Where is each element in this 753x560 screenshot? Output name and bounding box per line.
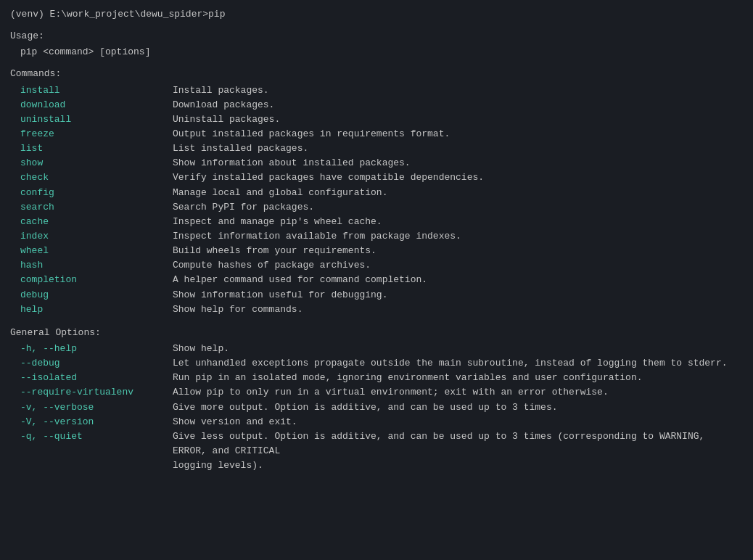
command-row: freezeOutput installed packages in requi… <box>10 127 743 141</box>
usage-section: Usage: pip <command> [options] <box>10 29 743 59</box>
command-name: check <box>20 170 173 185</box>
command-desc: Show information useful for debugging. <box>173 288 387 302</box>
command-desc: Compute hashes of package archives. <box>173 258 371 273</box>
option-row: -h, --helpShow help. <box>10 342 743 356</box>
prompt-line: (venv) E:\work_project\dewu_spider>pip <box>10 7 743 22</box>
option-row: --require-virtualenvAllow pip to only ru… <box>10 385 743 400</box>
option-name: -h, --help <box>20 342 173 356</box>
command-desc: Output installed packages in requirement… <box>173 127 450 141</box>
command-name: download <box>20 98 173 112</box>
option-name: --require-virtualenv <box>20 385 173 400</box>
command-name: debug <box>20 288 173 302</box>
command-name: hash <box>20 258 173 273</box>
command-row: helpShow help for commands. <box>10 302 743 317</box>
option-desc: Let unhandled exceptions propagate outsi… <box>173 356 728 371</box>
option-name: -V, --version <box>20 415 173 429</box>
option-name: --isolated <box>20 371 173 385</box>
command-row: searchSearch PyPI for packages. <box>10 200 743 215</box>
command-name: wheel <box>20 244 173 258</box>
command-desc: Manage local and global configuration. <box>173 186 387 200</box>
commands-section: Commands: installInstall packages.downlo… <box>10 67 743 316</box>
command-name: list <box>20 141 173 156</box>
command-desc: Show help for commands. <box>173 302 303 317</box>
command-row: completionA helper command used for comm… <box>10 273 743 287</box>
option-row: -V, --versionShow version and exit. <box>10 415 743 429</box>
options-list: -h, --helpShow help.--debugLet unhandled… <box>10 342 743 473</box>
commands-header: Commands: <box>10 67 743 81</box>
command-row: installInstall packages. <box>10 83 743 98</box>
option-name: -v, --verbose <box>20 400 173 415</box>
usage-header: Usage: <box>10 29 743 44</box>
command-row: cacheInspect and manage pip's wheel cach… <box>10 215 743 229</box>
command-name: cache <box>20 215 173 229</box>
option-desc-continuation: logging levels). <box>10 458 743 473</box>
command-name: install <box>20 83 173 98</box>
command-row: downloadDownload packages. <box>10 98 743 112</box>
command-desc: Install packages. <box>173 83 269 98</box>
option-desc: Show help. <box>173 342 229 356</box>
command-row: debugShow information useful for debuggi… <box>10 288 743 302</box>
command-name: index <box>20 229 173 244</box>
command-desc: Verify installed packages have compatibl… <box>173 170 484 185</box>
command-desc: Build wheels from your requirements. <box>173 244 376 258</box>
option-row: --debugLet unhandled exceptions propagat… <box>10 356 743 371</box>
command-name: help <box>20 302 173 317</box>
option-row: --isolatedRun pip in an isolated mode, i… <box>10 371 743 385</box>
command-desc: A helper command used for command comple… <box>173 273 427 287</box>
command-name: show <box>20 156 173 170</box>
command-name: freeze <box>20 127 173 141</box>
option-row: -q, --quietGive less output. Option is a… <box>10 429 743 458</box>
option-desc: Run pip in an isolated mode, ignoring en… <box>173 371 643 385</box>
command-row: wheelBuild wheels from your requirements… <box>10 244 743 258</box>
option-name: --debug <box>20 356 173 371</box>
command-desc: Inspect and manage pip's wheel cache. <box>173 215 382 229</box>
option-desc: Give less output. Option is additive, an… <box>173 429 738 458</box>
option-name: -q, --quiet <box>20 429 173 458</box>
command-desc: Show information about installed package… <box>173 156 411 170</box>
usage-line: pip <command> [options] <box>10 45 743 59</box>
command-row: hashCompute hashes of package archives. <box>10 258 743 273</box>
option-desc: Show version and exit. <box>173 415 297 429</box>
command-row: configManage local and global configurat… <box>10 186 743 200</box>
option-desc: Allow pip to only run in a virtual envir… <box>173 385 609 400</box>
command-desc: Download packages. <box>173 98 274 112</box>
command-row: indexInspect information available from … <box>10 229 743 244</box>
command-row: checkVerify installed packages have comp… <box>10 170 743 185</box>
commands-list: installInstall packages.downloadDownload… <box>10 83 743 317</box>
command-name: uninstall <box>20 112 173 127</box>
command-row: uninstallUninstall packages. <box>10 112 743 127</box>
command-name: config <box>20 186 173 200</box>
option-desc: Give more output. Option is additive, an… <box>173 400 558 415</box>
command-desc: Uninstall packages. <box>173 112 280 127</box>
general-options-header: General Options: <box>10 326 743 340</box>
command-row: showShow information about installed pac… <box>10 156 743 170</box>
command-name: search <box>20 200 173 215</box>
command-desc: List installed packages. <box>173 141 308 156</box>
general-options-section: General Options: -h, --helpShow help.--d… <box>10 326 743 473</box>
command-desc: Search PyPI for packages. <box>173 200 314 215</box>
terminal-window: (venv) E:\work_project\dewu_spider>pip U… <box>10 7 743 473</box>
command-row: listList installed packages. <box>10 141 743 156</box>
command-desc: Inspect information available from packa… <box>173 229 461 244</box>
command-name: completion <box>20 273 173 287</box>
option-row: -v, --verboseGive more output. Option is… <box>10 400 743 415</box>
